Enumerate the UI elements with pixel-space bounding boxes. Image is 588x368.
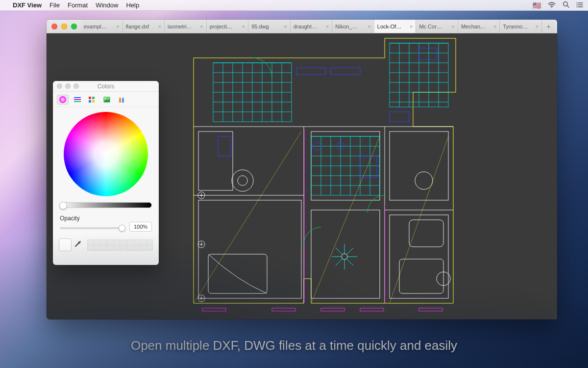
svg-rect-60 bbox=[74, 99, 81, 100]
color-mode-tabs bbox=[53, 92, 159, 107]
svg-rect-61 bbox=[74, 101, 81, 102]
svg-rect-59 bbox=[74, 97, 81, 98]
svg-point-67 bbox=[104, 98, 106, 99]
tab-close-icon[interactable]: × bbox=[284, 24, 287, 29]
color-palettes-tab[interactable] bbox=[86, 95, 98, 105]
colors-title-label: Colors bbox=[98, 83, 115, 90]
svg-rect-37 bbox=[419, 308, 442, 311]
svg-point-39 bbox=[238, 176, 247, 185]
svg-rect-17 bbox=[311, 210, 380, 298]
tab-label: Tyranno… bbox=[503, 24, 528, 29]
svg-rect-23 bbox=[296, 68, 326, 75]
tab-label: Mc Cor… bbox=[419, 24, 441, 29]
panel-close-button[interactable] bbox=[57, 83, 62, 89]
color-image-tab[interactable] bbox=[101, 95, 113, 105]
svg-rect-14 bbox=[198, 131, 233, 190]
svg-rect-18 bbox=[390, 131, 448, 200]
color-sliders-tab[interactable] bbox=[72, 95, 83, 105]
tab-close-icon[interactable]: × bbox=[200, 24, 203, 29]
document-tab[interactable]: exampl…× bbox=[81, 20, 122, 33]
window-zoom-button[interactable] bbox=[71, 24, 77, 29]
menu-help[interactable]: Help bbox=[126, 1, 139, 9]
svg-rect-33 bbox=[202, 308, 226, 311]
color-wheel-cursor-icon bbox=[102, 151, 109, 158]
tab-close-icon[interactable]: × bbox=[326, 24, 329, 29]
window-titlebar[interactable]: exampl…×flange.dxf×isometri…×projecti…×9… bbox=[47, 20, 557, 33]
svg-point-0 bbox=[551, 7, 552, 8]
svg-rect-28 bbox=[360, 156, 377, 178]
svg-point-43 bbox=[415, 172, 433, 189]
document-tabstrip: exampl…×flange.dxf×isometri…×projecti…×9… bbox=[81, 20, 555, 33]
document-tab[interactable]: Mc Cor…× bbox=[416, 20, 458, 33]
menu-file[interactable]: File bbox=[49, 1, 60, 9]
new-tab-button[interactable]: + bbox=[541, 20, 555, 33]
colors-panel-title[interactable]: Colors bbox=[53, 81, 159, 92]
panel-zoom-button[interactable] bbox=[74, 83, 79, 89]
svg-line-56 bbox=[311, 136, 380, 303]
svg-point-70 bbox=[104, 152, 108, 156]
brightness-thumb[interactable] bbox=[59, 202, 67, 210]
current-color-swatch[interactable] bbox=[59, 238, 72, 251]
svg-rect-63 bbox=[92, 97, 95, 99]
document-tab[interactable]: isometri…× bbox=[164, 20, 206, 33]
notification-list-icon[interactable] bbox=[576, 1, 583, 9]
tab-close-icon[interactable]: × bbox=[158, 24, 161, 29]
tab-label: Nikon_… bbox=[335, 24, 357, 29]
opacity-value-field[interactable]: 100% bbox=[129, 222, 152, 232]
tab-label: Mechan… bbox=[461, 24, 486, 29]
tab-label: Lock-Of… bbox=[377, 24, 402, 29]
document-tab[interactable]: Tyranno…× bbox=[499, 20, 541, 33]
opacity-slider[interactable] bbox=[60, 227, 125, 229]
svg-rect-15 bbox=[198, 200, 301, 298]
tab-label: flange.dxf bbox=[126, 24, 149, 29]
color-wheel-tab[interactable] bbox=[57, 95, 69, 105]
tab-close-icon[interactable]: × bbox=[242, 24, 245, 29]
menu-format[interactable]: Format bbox=[68, 1, 88, 9]
opacity-label: Opacity bbox=[60, 215, 152, 222]
brightness-slider[interactable] bbox=[60, 202, 152, 208]
hero-caption: Open multiple DXF, DWG files at a time q… bbox=[0, 338, 588, 353]
tab-close-icon[interactable]: × bbox=[536, 24, 539, 29]
swatch-well-grid[interactable] bbox=[87, 239, 153, 251]
panel-minimize-button[interactable] bbox=[65, 83, 71, 89]
tab-close-icon[interactable]: × bbox=[116, 24, 119, 29]
document-tab[interactable]: flange.dxf× bbox=[122, 20, 165, 33]
svg-rect-62 bbox=[89, 97, 91, 99]
document-tab[interactable]: projecti…× bbox=[206, 20, 248, 33]
document-tab[interactable]: Mechan…× bbox=[458, 20, 500, 33]
opacity-thumb[interactable] bbox=[119, 225, 125, 232]
document-tab[interactable]: Nikon_…× bbox=[332, 20, 374, 33]
wifi-icon[interactable] bbox=[548, 1, 556, 9]
svg-point-58 bbox=[59, 96, 66, 103]
document-tab[interactable]: 95.dwg× bbox=[248, 20, 290, 33]
tab-close-icon[interactable]: × bbox=[368, 24, 370, 29]
flag-icon[interactable]: 🇺🇸 bbox=[533, 1, 541, 9]
tab-label: draught… bbox=[294, 24, 317, 29]
macos-menubar: DXF View File Format Window Help 🇺🇸 bbox=[0, 0, 588, 11]
svg-line-55 bbox=[194, 131, 301, 303]
svg-rect-65 bbox=[92, 100, 95, 103]
svg-point-6 bbox=[577, 2, 578, 3]
menu-window[interactable]: Window bbox=[96, 1, 118, 9]
eyedropper-icon[interactable] bbox=[74, 240, 82, 250]
window-minimize-button[interactable] bbox=[61, 24, 67, 29]
svg-rect-27 bbox=[419, 48, 437, 60]
tab-label: exampl… bbox=[84, 24, 106, 29]
svg-point-8 bbox=[577, 6, 578, 7]
svg-line-2 bbox=[567, 5, 569, 7]
svg-rect-19 bbox=[390, 215, 448, 298]
tab-close-icon[interactable]: × bbox=[451, 24, 454, 29]
tab-label: isometri… bbox=[168, 24, 192, 29]
window-close-button[interactable] bbox=[51, 24, 57, 29]
document-tab[interactable]: Lock-Of…× bbox=[374, 20, 416, 33]
color-crayons-tab[interactable] bbox=[116, 95, 127, 105]
tab-close-icon[interactable]: × bbox=[410, 24, 413, 29]
svg-rect-64 bbox=[89, 100, 91, 103]
app-menu[interactable]: DXF View bbox=[13, 1, 42, 9]
tab-close-icon[interactable]: × bbox=[493, 24, 496, 29]
svg-point-38 bbox=[232, 170, 253, 191]
spotlight-search-icon[interactable] bbox=[563, 1, 569, 9]
svg-rect-35 bbox=[321, 308, 344, 311]
color-wheel[interactable] bbox=[64, 112, 148, 196]
document-tab[interactable]: draught…× bbox=[290, 20, 332, 33]
